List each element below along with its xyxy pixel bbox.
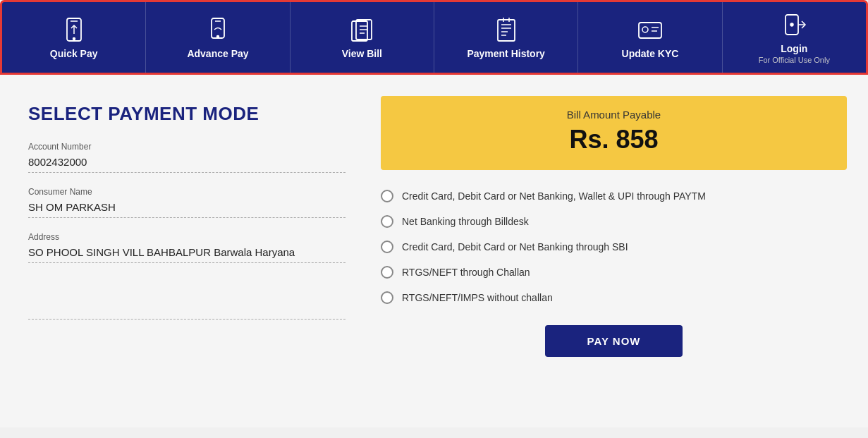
payment-options-list: Credit Card, Debit Card or Net Banking, … xyxy=(381,190,847,304)
consumer-name-label: Consumer Name xyxy=(28,187,346,197)
payment-option-rtgs-challan-label: RTGS/NEFT through Challan xyxy=(402,267,530,278)
payment-option-rtgs-no-challan-label: RTGS/NEFT/IMPS without challan xyxy=(402,292,553,303)
payment-option-sbi-label: Credit Card, Debit Card or Net Banking t… xyxy=(402,241,628,253)
login-label: Login xyxy=(781,43,807,54)
nav-login[interactable]: Login For Official Use Only xyxy=(723,2,866,73)
nav-advance-pay[interactable]: Advance Pay xyxy=(146,2,290,73)
svg-point-6 xyxy=(216,36,219,38)
bill-amount-value: Rs. 858 xyxy=(398,125,830,154)
account-number-label: Account Number xyxy=(28,142,346,152)
bill-amount-box: Bill Amount Payable Rs. 858 xyxy=(381,96,847,170)
radio-rtgs-challan[interactable] xyxy=(381,266,393,279)
address-value: SO PHOOL SINGH VILL BAHBALPUR Barwala Ha… xyxy=(28,245,346,263)
payment-option-sbi[interactable]: Credit Card, Debit Card or Net Banking t… xyxy=(381,241,847,253)
svg-rect-7 xyxy=(352,21,367,41)
address-label: Address xyxy=(28,232,346,242)
main-content: SELECT PAYMENT MODE Account Number 80024… xyxy=(0,75,868,427)
svg-point-20 xyxy=(642,27,648,32)
right-panel: Bill Amount Payable Rs. 858 Credit Card,… xyxy=(374,89,854,406)
page-title: SELECT PAYMENT MODE xyxy=(28,103,346,125)
login-sublabel: For Official Use Only xyxy=(759,56,830,64)
account-number-group: Account Number 8002432000 xyxy=(28,142,346,173)
bill-list-icon xyxy=(492,16,520,44)
nav-payment-history[interactable]: Payment History xyxy=(434,2,578,73)
left-panel: SELECT PAYMENT MODE Account Number 80024… xyxy=(14,89,353,406)
payment-option-paytm[interactable]: Credit Card, Debit Card or Net Banking, … xyxy=(381,190,847,202)
pay-now-button[interactable]: PAY NOW xyxy=(545,325,683,357)
advance-pay-label: Advance Pay xyxy=(187,48,248,59)
payment-option-rtgs-no-challan[interactable]: RTGS/NEFT/IMPS without challan xyxy=(381,291,847,304)
pay-now-container: PAY NOW xyxy=(381,325,847,357)
payment-history-label: Payment History xyxy=(467,48,544,59)
radio-sbi[interactable] xyxy=(381,241,393,253)
quick-pay-label: Quick Pay xyxy=(50,48,98,59)
navigation-bar: Quick Pay Advance Pay View Bill xyxy=(0,0,868,75)
svg-rect-12 xyxy=(498,20,515,41)
field-spacer xyxy=(28,277,346,320)
bill-card-icon xyxy=(348,16,376,44)
view-bill-label: View Bill xyxy=(342,48,382,59)
bill-amount-label: Bill Amount Payable xyxy=(398,109,830,121)
address-group: Address SO PHOOL SINGH VILL BAHBALPUR Ba… xyxy=(28,232,346,263)
nav-update-kyc[interactable]: Update KYC xyxy=(578,2,722,73)
svg-point-2 xyxy=(73,38,75,40)
id-card-icon xyxy=(636,16,664,44)
login-hand-icon xyxy=(780,11,808,39)
radio-billdesk[interactable] xyxy=(381,215,393,228)
nav-view-bill[interactable]: View Bill xyxy=(291,2,434,73)
update-kyc-label: Update KYC xyxy=(622,48,679,59)
nav-quick-pay[interactable]: Quick Pay xyxy=(2,2,146,73)
payment-option-billdesk[interactable]: Net Banking through Billdesk xyxy=(381,215,847,228)
payment-option-billdesk-label: Net Banking through Billdesk xyxy=(402,216,529,227)
phone-pay-icon xyxy=(60,16,88,44)
svg-point-25 xyxy=(790,23,793,26)
consumer-name-value: SH OM PARKASH xyxy=(28,200,346,218)
payment-option-paytm-label: Credit Card, Debit Card or Net Banking, … xyxy=(402,190,706,202)
account-number-value: 8002432000 xyxy=(28,154,346,173)
consumer-name-group: Consumer Name SH OM PARKASH xyxy=(28,187,346,218)
payment-option-rtgs-challan[interactable]: RTGS/NEFT through Challan xyxy=(381,266,847,279)
phone-hand-icon xyxy=(204,16,232,44)
radio-paytm[interactable] xyxy=(381,190,393,202)
radio-rtgs-no-challan[interactable] xyxy=(381,291,393,304)
